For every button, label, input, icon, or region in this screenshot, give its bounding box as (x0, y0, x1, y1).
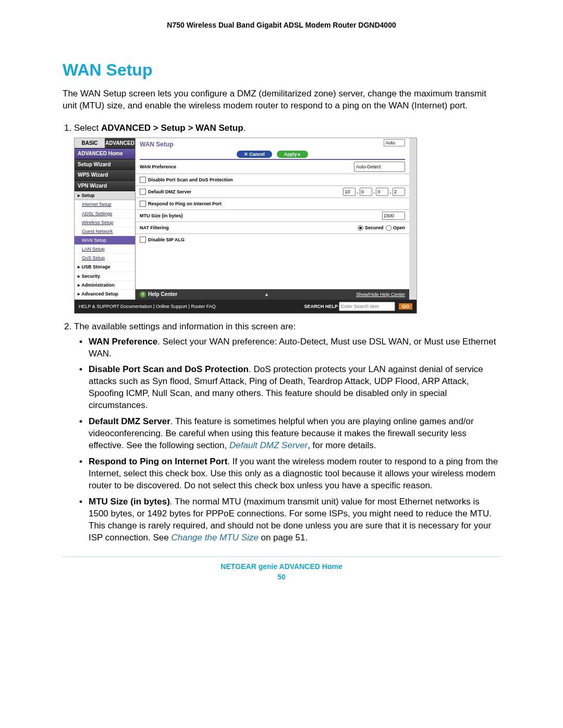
section-title: WAN Setup (63, 60, 500, 80)
nav-vpn-wizard[interactable]: VPN Wizard (75, 181, 135, 192)
row-dmz-label: Default DMZ Server (148, 189, 191, 195)
b2-bold: Disable Port Scan and DoS Protection (89, 364, 249, 374)
nat-open-radio[interactable] (386, 225, 391, 231)
nav-usb-storage[interactable]: ▸ USB Storage (75, 263, 135, 272)
mtu-input[interactable] (382, 212, 405, 220)
nav-adsl-settings[interactable]: ADSL Settings (75, 209, 135, 218)
nat-secured-radio[interactable] (358, 225, 363, 231)
help-icon: ? (140, 291, 146, 298)
tab-advanced[interactable]: ADVANCED (105, 138, 135, 149)
row-wan-preference-label: WAN Preference (140, 164, 176, 170)
doc-header: N750 Wireless Dual Band Gigabit ADSL Mod… (63, 21, 500, 29)
bullet-wan-preference: WAN Preference. Select your WAN preferen… (89, 336, 500, 360)
dmz-checkbox[interactable] (140, 189, 146, 195)
bullet-disable-dos: Disable Port Scan and DoS Protection. Do… (89, 364, 500, 412)
wan-preference-select[interactable] (354, 162, 405, 172)
panel-title: WAN Setup (136, 138, 409, 151)
nav-wireless-setup[interactable]: Wireless Setup (75, 218, 135, 227)
footer-title: NETGEAR genie ADVANCED Home (63, 562, 500, 571)
help-support-links[interactable]: HELP & SUPPORT Documentation | Online Su… (79, 303, 216, 310)
row-disable-dos-label: Disable Port Scan and DoS Protection (148, 177, 233, 183)
b5-b: on page 51. (259, 533, 308, 542)
row-sip-label: Disable SIP ALG (148, 237, 185, 243)
nat-open-label: Open (393, 225, 405, 230)
step2-text: The available settings and information i… (74, 322, 296, 331)
nav-setup-wizard[interactable]: Setup Wizard (75, 159, 135, 170)
row-nat-label: NAT Filtering (140, 225, 169, 231)
b1-bold: WAN Preference (89, 337, 157, 347)
search-help-input[interactable] (339, 302, 395, 311)
row-ping-label: Respond to Ping on Internet Port (148, 201, 222, 207)
nav-advanced-setup[interactable]: ▸ Advanced Setup (75, 290, 135, 300)
step1-suffix: . (243, 123, 246, 133)
router-main-panel: Auto WAN Setup ✕ Cancel Apply ▸ WAN Pref… (135, 138, 409, 300)
sip-checkbox[interactable] (140, 237, 146, 243)
scrollbar[interactable] (409, 138, 417, 300)
nat-secured-label: Secured (365, 225, 384, 230)
disable-dos-checkbox[interactable] (140, 177, 146, 183)
auto-dropdown[interactable]: Auto (384, 139, 405, 146)
bullet-default-dmz: Default DMZ Server. This feature is some… (89, 416, 500, 452)
change-mtu-link[interactable]: Change the MTU Size (171, 533, 258, 542)
router-sidebar: BASIC ADVANCED ADVANCED Home Setup Wizar… (75, 138, 135, 300)
bullet-mtu-size: MTU Size (in bytes). The normal MTU (max… (89, 496, 500, 544)
b5-bold: MTU Size (in bytes) (89, 497, 170, 507)
cancel-button[interactable]: ✕ Cancel (237, 151, 272, 158)
intro-paragraph: The WAN Setup screen lets you configure … (63, 88, 500, 112)
dmz-ip-2[interactable] (360, 188, 372, 196)
dmz-ip-4[interactable] (393, 188, 405, 196)
nav-security[interactable]: ▸ Security (75, 272, 135, 281)
nav-lan-setup[interactable]: LAN Setup (75, 245, 135, 254)
step1-bold: ADVANCED > Setup > WAN Setup (101, 123, 243, 133)
page-number: 50 (63, 573, 500, 581)
go-button[interactable]: GO (399, 303, 412, 310)
nav-administration[interactable]: ▸ Administration (75, 281, 135, 290)
default-dmz-link[interactable]: Default DMZ Server (229, 440, 308, 450)
nav-guest-network[interactable]: Guest Network (75, 227, 135, 236)
step1-prefix: Select (74, 123, 101, 133)
nav-wan-setup[interactable]: WAN Setup (75, 236, 135, 245)
step-1: Select ADVANCED > Setup > WAN Setup. BAS… (74, 122, 500, 314)
b3-b: , for more details. (308, 440, 376, 450)
nav-wps-wizard[interactable]: WPS Wizard (75, 170, 135, 181)
dmz-ip-1[interactable] (343, 188, 356, 196)
help-center-bar: ?Help Center ▲ Show/Hide Help Center (136, 289, 409, 300)
bullet-respond-ping: Respond to Ping on Internet Port. If you… (89, 456, 500, 492)
nav-internet-setup[interactable]: Internet Setup (75, 200, 135, 209)
apply-button[interactable]: Apply ▸ (277, 151, 309, 158)
b3-bold: Default DMZ Server (89, 416, 170, 426)
nav-setup[interactable]: ▸ Setup (75, 191, 135, 200)
nav-wan-setup-label: WAN Setup (82, 237, 106, 243)
help-center-label: Help Center (148, 291, 177, 297)
nav-advanced-home[interactable]: ADVANCED Home (75, 149, 135, 159)
row-mtu-label: MTU Size (in bytes) (140, 213, 183, 219)
ping-checkbox[interactable] (140, 201, 146, 207)
show-hide-help-link[interactable]: Show/Hide Help Center (356, 291, 405, 298)
router-screenshot: BASIC ADVANCED ADVANCED Home Setup Wizar… (74, 138, 417, 314)
dmz-ip-3[interactable] (376, 188, 388, 196)
b4-bold: Respond to Ping on Internet Port (89, 456, 227, 466)
tab-basic[interactable]: BASIC (75, 138, 105, 149)
nav-qos-setup[interactable]: QoS Setup (75, 254, 135, 263)
search-help-label: SEARCH HELP (304, 304, 338, 309)
step-2: The available settings and information i… (74, 321, 500, 544)
